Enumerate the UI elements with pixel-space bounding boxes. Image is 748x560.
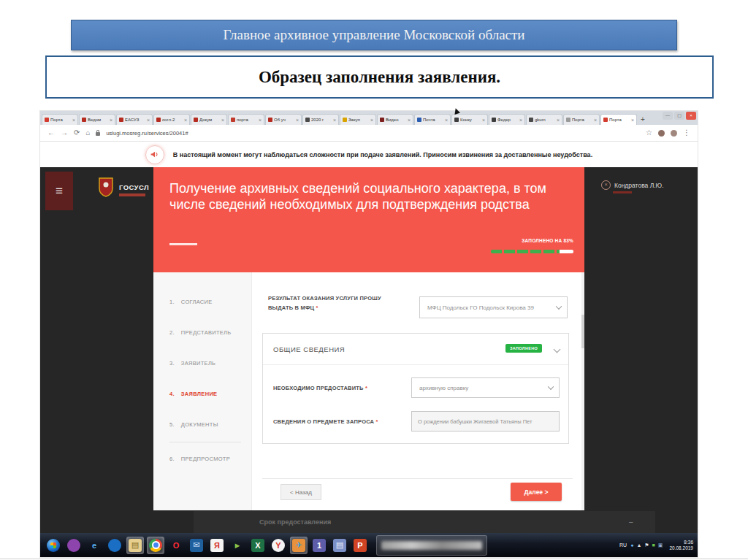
browser-tab[interactable]: Почта× [414,114,451,125]
collapsed-section[interactable]: Срок предоставления − [194,511,655,533]
taskbar-clock[interactable]: 8:36 20.08.2019 [669,540,693,551]
tab-close-icon[interactable]: × [631,118,634,123]
scrollbar-thumb[interactable] [581,315,584,348]
tab-close-icon[interactable]: × [184,118,187,123]
tab-label: Об уч [274,118,294,122]
browser-screenshot: Порта×Ведом×ЕАСУЗ×согл-2×Докум×порта×Об … [40,111,698,557]
folder-icon[interactable]: ▤ [331,537,348,554]
browser-tab[interactable]: 2020 г× [302,114,339,125]
home-icon[interactable]: ⌂ [85,129,90,137]
browser-tab[interactable]: порта× [228,114,264,125]
collapse-minus-icon[interactable]: − [629,518,633,526]
browser-tab[interactable]: согл-2× [153,114,190,125]
browser-tab[interactable]: Закуп× [340,114,376,125]
minimize-button[interactable]: — [663,112,673,120]
tab-close-icon[interactable]: × [519,118,522,123]
forward-icon[interactable]: → [61,129,68,137]
taskbar-window-button[interactable] [376,535,487,556]
app-1c-icon[interactable]: 1 [310,537,328,554]
mail-app-icon[interactable]: ✉ [188,537,205,554]
step-item-представитель[interactable]: 2.ПРЕДСТАВИТЕЛЬ [153,329,251,336]
user-account[interactable]: × Кондратова Л.Ю. [601,180,664,190]
tray-folder-icon[interactable]: ▣ [658,542,663,548]
tray-up-icon[interactable]: ▲ [636,542,641,548]
browser-tab[interactable]: Об уч× [265,114,302,125]
opera-icon[interactable]: O [167,537,185,554]
profile-avatar[interactable] [658,130,665,137]
browser-tab[interactable]: gkum× [526,114,562,125]
form-scrollbar[interactable] [581,272,584,510]
tab-close-icon[interactable]: × [408,118,411,123]
tab-close-icon[interactable]: × [296,118,299,123]
browser-tab[interactable]: Видео× [377,114,413,125]
hamburger-menu-button[interactable]: ≡ [45,172,73,210]
telegram-icon[interactable]: ✈ [290,537,308,554]
back-icon[interactable]: ← [47,129,55,137]
yandex-icon[interactable]: Я [208,537,226,554]
back-button[interactable]: < Назад [280,484,321,500]
file-explorer-icon[interactable]: ▤ [126,537,144,554]
chevron-down-icon[interactable] [554,346,561,353]
step-item-предпросмотр[interactable]: 6.ПРЕДПРОСМОТР [153,456,251,462]
tab-close-icon[interactable]: × [110,118,112,123]
kebab-menu-icon[interactable]: ⋮ [683,129,690,137]
yandex-browser-icon[interactable]: Y [270,537,287,554]
tab-close-icon[interactable]: × [259,118,262,123]
tab-close-icon[interactable]: × [594,118,597,123]
internet-explorer-icon[interactable]: e [85,537,103,554]
maximize-button[interactable]: ▢ [674,112,684,120]
browser-tab[interactable]: Ведом× [79,114,115,125]
browser-tab[interactable]: Порта× [600,114,637,125]
excel-icon[interactable]: X [249,537,267,554]
reload-icon[interactable]: ⟳ [74,129,80,137]
tray-flag-icon[interactable]: ⚑ [644,542,649,548]
tab-close-icon[interactable]: × [557,118,560,123]
browser-tab[interactable]: Порта× [42,114,78,125]
browser-tab[interactable]: Федер× [489,114,525,125]
tab-close-icon[interactable]: × [370,118,373,123]
step-number: 4. [169,391,175,397]
language-indicator[interactable]: RU [619,542,627,548]
tab-close-icon[interactable]: × [221,118,224,123]
purple-app-icon[interactable] [65,537,83,554]
megaphone-icon [145,145,164,164]
tray-ball-icon[interactable]: ● [630,542,633,548]
powerpoint-icon[interactable]: P [351,537,369,554]
browser-tab[interactable]: Докум× [191,114,227,125]
close-button[interactable]: × [686,112,696,120]
start-button[interactable] [45,537,62,554]
tab-close-icon[interactable]: × [72,118,75,123]
tab-label: согл-2 [162,118,183,122]
section-header[interactable]: ОБЩИЕ СВЕДЕНИЯ ЗАПОЛНЕНО [263,334,568,365]
tab-close-icon[interactable]: × [445,118,448,123]
mfc-select[interactable]: МФЦ Подольск ГО Подольск Кирова 39 [419,296,568,318]
url-text[interactable]: uslugi.mosreg.ru/services/20041# [106,130,640,137]
browser-tab[interactable]: Порта× [563,114,600,125]
tab-close-icon[interactable]: × [147,118,150,123]
navigator-arrow-icon-glyph: ► [231,539,244,552]
tab-close-icon[interactable]: × [482,118,485,123]
browser-tab[interactable]: ЕАСУЗ× [116,114,153,125]
provide-select[interactable]: архивную справку [411,377,560,398]
tray-shield-icon[interactable]: ■ [652,542,655,548]
gosuslugi-logo[interactable]: ГОСУСЛ [119,183,149,191]
next-button[interactable]: Далее > [511,483,562,501]
browser-tab[interactable]: Конку× [451,114,488,125]
step-item-документы[interactable]: 5.ДОКУМЕНТЫ [153,421,251,428]
blue-orb-icon[interactable] [106,537,123,554]
profile-avatar[interactable] [671,130,677,137]
purple-app-icon-glyph [67,539,80,552]
new-tab-button[interactable]: + [641,115,645,123]
step-item-заявитель[interactable]: 3.ЗАЯВИТЕЛЬ [153,360,251,367]
tab-favicon [268,118,272,122]
step-item-заявление[interactable]: 4.ЗАЯВЛЕНИЕ [153,391,251,397]
tab-label: Федер [497,118,518,122]
tab-close-icon[interactable]: × [333,118,336,123]
tab-favicon [156,118,161,122]
subject-input[interactable]: О рождении бабушки Жигаевой Татьяны Пет [411,411,560,431]
file-explorer-icon-glyph: ▤ [129,539,142,552]
step-item-согласие[interactable]: 1.СОГЛАСИЕ [153,299,251,305]
chrome-icon[interactable] [147,537,164,554]
navigator-arrow-icon[interactable]: ► [229,537,246,554]
bookmark-star-icon[interactable]: ☆ [646,129,652,137]
